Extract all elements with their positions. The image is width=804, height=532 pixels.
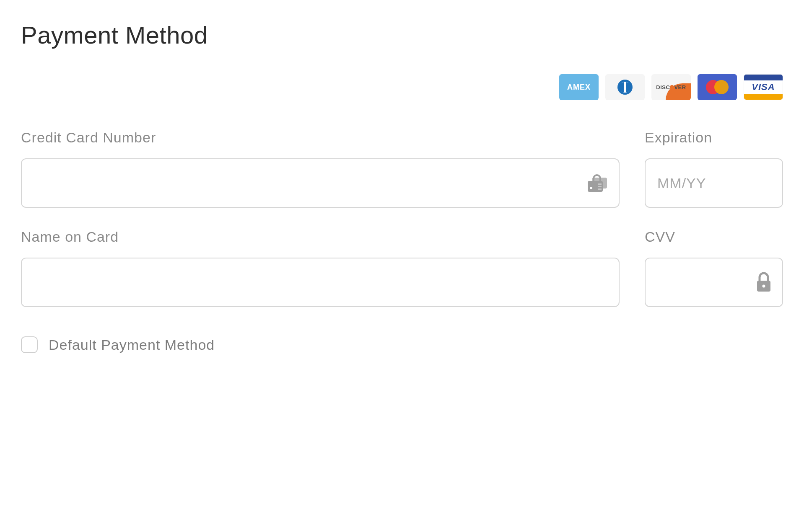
amex-label: AMEX [567, 83, 591, 92]
name-on-card-input[interactable] [21, 258, 620, 307]
payment-form: Credit Card Number Expiration Name [21, 129, 783, 307]
expiration-input[interactable] [645, 158, 783, 208]
cvv-field-group: CVV [645, 229, 783, 307]
page-title: Payment Method [21, 21, 783, 49]
lock-icon [755, 272, 772, 292]
credit-card-icon [586, 173, 609, 193]
expiration-field-group: Expiration [645, 129, 783, 208]
expiration-label: Expiration [645, 129, 783, 146]
card-number-field-group: Credit Card Number [21, 129, 620, 208]
svg-rect-6 [598, 186, 602, 187]
svg-rect-7 [598, 189, 602, 190]
svg-rect-4 [590, 187, 592, 189]
card-number-label: Credit Card Number [21, 129, 620, 146]
name-on-card-field-group: Name on Card [21, 229, 620, 307]
name-on-card-label: Name on Card [21, 229, 620, 245]
svg-point-9 [763, 285, 765, 288]
cvv-label: CVV [645, 229, 783, 245]
accepted-cards: AMEX DISCVER VISA [21, 74, 783, 100]
visa-label: VISA [752, 82, 775, 93]
default-payment-label: Default Payment Method [49, 337, 215, 353]
default-payment-row: Default Payment Method [21, 336, 783, 353]
discover-label-post: VER [674, 84, 686, 90]
discover-label-pre: DISC [656, 84, 670, 90]
card-brand-diners-icon [605, 74, 645, 100]
card-brand-amex-icon: AMEX [559, 74, 599, 100]
default-payment-checkbox[interactable] [21, 336, 38, 353]
card-brand-mastercard-icon [698, 74, 737, 100]
card-brand-discover-icon: DISCVER [651, 74, 691, 100]
card-brand-visa-icon: VISA [744, 74, 783, 100]
card-number-input[interactable] [21, 158, 620, 208]
svg-rect-5 [598, 183, 602, 185]
